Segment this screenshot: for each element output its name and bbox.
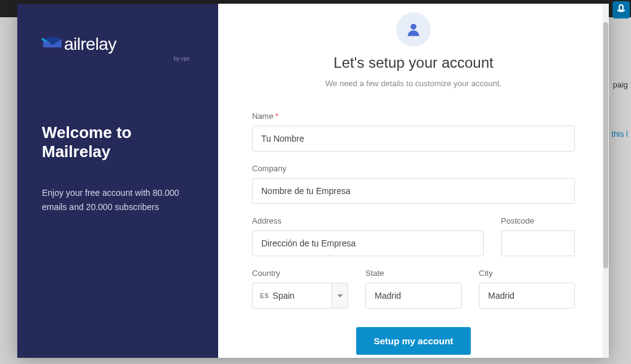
- setup-title: Let's setup your account: [252, 54, 575, 71]
- city-field[interactable]: [479, 283, 575, 309]
- modal-sidebar: ailrelay by cpc Welcome to Mailrelay Enj…: [17, 4, 218, 358]
- name-label: Name*: [252, 111, 575, 121]
- setup-account-button[interactable]: Setup my account: [356, 327, 470, 355]
- postcode-field[interactable]: [501, 230, 575, 256]
- logo: ailrelay by cpc: [42, 34, 193, 62]
- logo-text: ailrelay: [64, 34, 116, 54]
- city-label: City: [479, 269, 575, 278]
- bg-text-fragment: paig: [613, 80, 628, 89]
- country-label: Country: [252, 269, 348, 278]
- logo-subtext: by cpc: [42, 55, 193, 62]
- state-label: State: [365, 269, 462, 278]
- welcome-description: Enjoy your free account with 80.000 emai…: [42, 186, 193, 214]
- svg-point-0: [410, 24, 416, 30]
- setup-modal: ailrelay by cpc Welcome to Mailrelay Enj…: [17, 4, 609, 358]
- setup-subtitle: We need a few details to customize your …: [252, 79, 575, 88]
- scrollbar-thumb[interactable]: [603, 22, 608, 269]
- company-label: Company: [252, 164, 575, 173]
- mailrelay-logo-icon: [42, 35, 63, 52]
- modal-form-panel: Let's setup your account We need a few d…: [218, 4, 609, 358]
- company-field[interactable]: [252, 178, 575, 204]
- address-field[interactable]: [252, 230, 484, 256]
- bg-text-fragment: this l: [611, 129, 628, 139]
- country-select[interactable]: ES Spain: [252, 283, 348, 309]
- country-code: ES: [260, 293, 269, 299]
- postcode-label: Postcode: [501, 216, 575, 225]
- required-indicator: *: [275, 111, 279, 121]
- state-field[interactable]: [365, 283, 462, 309]
- country-name: Spain: [272, 291, 332, 301]
- user-avatar-icon: [396, 12, 431, 47]
- address-label: Address: [252, 216, 484, 225]
- welcome-title: Welcome to Mailrelay: [42, 123, 193, 161]
- gravatar-icon: [613, 1, 630, 18]
- scrollbar-track[interactable]: [603, 4, 609, 358]
- chevron-down-icon[interactable]: [332, 283, 348, 308]
- name-field[interactable]: [252, 126, 575, 152]
